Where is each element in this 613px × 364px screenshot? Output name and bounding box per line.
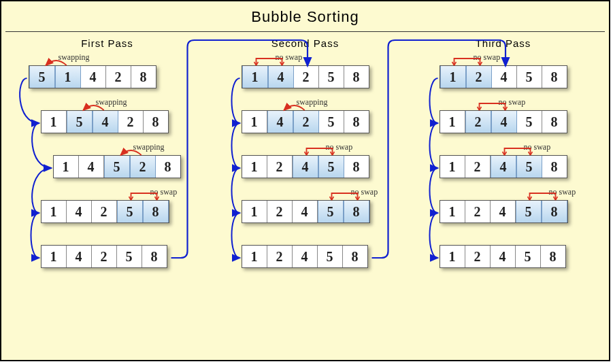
array-cell: 5 (319, 111, 344, 133)
array-cell: 5 (117, 201, 143, 222)
array-cell: 2 (465, 156, 491, 178)
array-cell: 2 (267, 201, 293, 222)
swap-label: swapping (96, 97, 127, 107)
array-cell: 4 (67, 246, 92, 267)
array-cell: 4 (67, 201, 92, 222)
array-cell: 1 (440, 201, 465, 222)
array-state: no swap12458 (440, 110, 567, 133)
array-cell: 5 (318, 246, 343, 267)
array-cell: 5 (517, 66, 542, 88)
array-row: 12458 (242, 155, 369, 178)
array-cell: 8 (344, 201, 369, 222)
array-cell: 8 (542, 66, 567, 88)
array-cell: 1 (242, 111, 267, 133)
array-row: 12458 (440, 245, 566, 268)
array-cell: 8 (542, 201, 567, 222)
array-cell: 8 (156, 156, 180, 178)
array-cell: 5 (517, 111, 542, 133)
array-cell: 1 (242, 246, 267, 267)
diagram-container: Bubble Sorting First Passswapping51428sw… (0, 0, 610, 361)
array-cell: 4 (267, 111, 293, 133)
array-state: swapping14528 (53, 155, 181, 178)
noswap-label: no swap (549, 187, 576, 197)
array-cell: 4 (293, 201, 318, 222)
array-row: 12458 (242, 200, 370, 223)
array-cell: 1 (242, 66, 268, 88)
array-row: 15428 (41, 110, 169, 133)
array-cell: 5 (319, 66, 344, 88)
array-cell: 2 (465, 111, 491, 133)
array-cell: 8 (344, 111, 369, 133)
array-state: swapping14258 (242, 110, 369, 133)
swap-label: swapping (133, 142, 165, 152)
noswap-label: no swap (351, 187, 378, 197)
array-cell: 5 (318, 201, 344, 222)
array-row: 12458 (440, 155, 567, 178)
array-state: no swap14258 (41, 200, 169, 223)
array-state: 14258 (41, 245, 167, 268)
noswap-label: no swap (524, 142, 551, 152)
array-row: 12458 (440, 65, 567, 88)
array-cell: 1 (242, 156, 267, 178)
pass-column-2: Second Passno swap14258swapping14258no s… (210, 37, 401, 268)
array-cell: 8 (344, 156, 369, 178)
swap-label: swapping (59, 52, 90, 63)
array-row: 14258 (41, 245, 167, 268)
array-cell: 4 (491, 246, 516, 267)
array-row: 14528 (53, 155, 181, 178)
array-cell: 1 (440, 156, 465, 178)
array-row: 14258 (242, 65, 369, 88)
array-cell: 5 (516, 246, 541, 267)
array-cell: 1 (42, 111, 67, 133)
array-cell: 4 (79, 156, 104, 178)
array-state: 12458 (242, 245, 368, 268)
array-cell: 8 (142, 246, 167, 267)
array-cell: 1 (242, 201, 267, 222)
array-cell: 5 (318, 156, 344, 178)
array-state: no swap12458 (440, 155, 567, 178)
array-cell: 1 (54, 156, 79, 178)
noswap-label: no swap (499, 97, 526, 107)
array-cell: 5 (104, 156, 130, 178)
array-cell: 4 (81, 66, 106, 88)
array-cell: 8 (143, 201, 169, 222)
array-state: 12458 (440, 245, 566, 268)
array-cell: 8 (541, 246, 565, 267)
array-cell: 2 (466, 66, 492, 88)
array-row: 14258 (242, 110, 369, 133)
array-cell: 1 (440, 111, 465, 133)
array-cell: 8 (144, 111, 168, 133)
array-cell: 4 (492, 66, 517, 88)
array-row: 12458 (440, 200, 568, 223)
columns: First Passswapping51428swapping15428swap… (1, 37, 609, 268)
array-state: swapping15428 (41, 110, 169, 133)
array-cell: 8 (344, 66, 369, 88)
array-cell: 5 (516, 156, 542, 178)
array-row: 12458 (242, 245, 368, 268)
array-row: 14258 (41, 200, 169, 223)
array-cell: 2 (294, 66, 319, 88)
pass-label: First Pass (81, 37, 133, 49)
array-cell: 5 (516, 201, 542, 222)
divider (5, 31, 605, 32)
noswap-label: no swap (276, 52, 303, 63)
swap-label: swapping (297, 97, 328, 107)
array-cell: 1 (440, 66, 466, 88)
array-state: swapping51428 (29, 65, 156, 88)
array-cell: 2 (293, 111, 319, 133)
array-state: no swap14258 (242, 65, 369, 88)
array-cell: 1 (440, 246, 465, 267)
diagram-title: Bubble Sorting (1, 1, 609, 31)
noswap-label: no swap (150, 187, 178, 197)
noswap-label: no swap (474, 52, 501, 63)
array-cell: 4 (268, 66, 294, 88)
array-cell: 2 (118, 111, 144, 133)
array-cell: 2 (267, 156, 293, 178)
array-cell: 1 (42, 201, 67, 222)
array-cell: 2 (92, 201, 117, 222)
array-cell: 2 (465, 201, 491, 222)
array-row: 12458 (440, 110, 567, 133)
array-cell: 4 (293, 246, 318, 267)
pass-column-3: Third Passno swap12458no swap12458no swa… (408, 37, 599, 268)
array-cell: 5 (117, 246, 142, 267)
